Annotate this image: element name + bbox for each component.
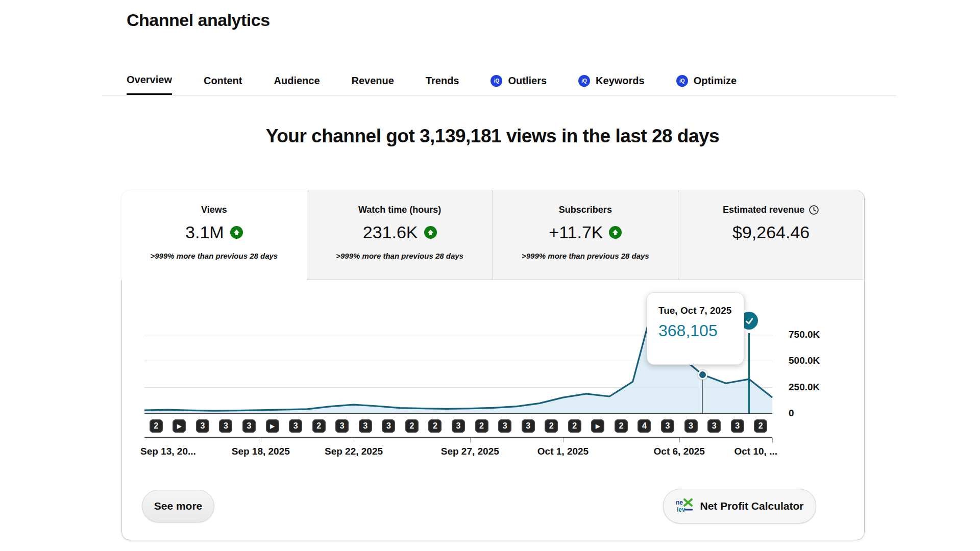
play-icon: ▶ (596, 423, 600, 430)
metric-label: Subscribers (559, 205, 612, 215)
metric-label: Views (201, 205, 227, 215)
cursor-indicator-line (748, 333, 750, 414)
tab-keywords[interactable]: iQKeywords (578, 67, 645, 95)
svg-text:ne: ne (676, 499, 683, 506)
day-marker-count[interactable]: 2 (615, 419, 628, 433)
x-axis-date-label: Sep 18, 2025 (232, 446, 290, 457)
day-marker-video-icon[interactable]: ▶ (266, 419, 279, 433)
tooltip-value: 368,105 (658, 321, 733, 340)
day-marker-count[interactable]: 2 (568, 419, 581, 433)
day-marker-count[interactable]: 2 (428, 419, 442, 433)
tab-bar-divider (102, 95, 896, 95)
x-axis-tick (563, 438, 564, 442)
x-axis-tick (354, 438, 354, 442)
day-marker-video-icon[interactable]: ▶ (591, 419, 604, 433)
hovered-data-point[interactable] (698, 370, 707, 380)
trend-up-icon (609, 226, 622, 239)
nexlev-logo-icon: ne lev (675, 498, 694, 514)
day-marker-count[interactable]: 3 (196, 419, 209, 433)
x-axis-date-label: Oct 1, 2025 (537, 446, 589, 457)
tooltip-date: Tue, Oct 7, 2025 (658, 305, 733, 316)
day-marker-count[interactable]: 3 (522, 419, 535, 433)
x-axis-tick (772, 438, 773, 442)
trend-up-icon (424, 226, 437, 239)
metric-cards-row: Views3.1M>999% more than previous 28 day… (121, 190, 864, 280)
metric-change-text: >999% more than previous 28 days (493, 252, 678, 260)
views-headline: Your channel got 3,139,181 views in the … (102, 126, 883, 147)
x-axis-tick (261, 438, 261, 442)
play-icon: ▶ (177, 423, 181, 430)
metric-value: 231.6K (363, 222, 418, 242)
tab-label: Keywords (596, 75, 645, 87)
x-axis-tick (679, 438, 680, 442)
day-marker-count[interactable]: 3 (382, 419, 395, 433)
day-marker-count[interactable]: 2 (405, 419, 419, 433)
metric-change-text: >999% more than previous 28 days (307, 252, 493, 260)
tab-optimize[interactable]: iQOptimize (676, 67, 737, 95)
tab-label: Overview (127, 74, 172, 86)
hover-day-line (702, 374, 703, 413)
day-marker-count[interactable]: 3 (219, 419, 232, 433)
day-marker-count[interactable]: 2 (312, 419, 326, 433)
tab-revenue[interactable]: Revenue (352, 67, 394, 95)
see-more-button[interactable]: See more (142, 490, 214, 522)
x-axis-date-label: Sep 13, 20... (140, 446, 196, 457)
x-axis-line (144, 437, 772, 438)
x-axis-date-label: Oct 6, 2025 (654, 446, 705, 457)
tab-audience[interactable]: Audience (274, 67, 320, 95)
metric-card-views[interactable]: Views3.1M>999% more than previous 28 day… (121, 190, 307, 280)
day-marker-count[interactable]: 4 (638, 419, 651, 433)
analytics-tab-bar: OverviewContentAudienceRevenueTrendsiQOu… (127, 67, 737, 95)
tab-label: Audience (274, 75, 320, 87)
metric-card-subscribers[interactable]: Subscribers+11.7K>999% more than previou… (493, 190, 678, 280)
metric-card-watch-time-hours[interactable]: Watch time (hours)231.6K>999% more than … (307, 190, 493, 280)
tab-label: Optimize (694, 75, 737, 87)
clock-icon (808, 205, 819, 215)
tab-label: Revenue (352, 75, 394, 87)
day-marker-count[interactable]: 3 (452, 419, 465, 433)
y-axis-tick-label: 500.0K (789, 355, 820, 366)
day-marker-video-icon[interactable]: ▶ (173, 419, 186, 433)
day-marker-count[interactable]: 2 (545, 419, 558, 433)
vidiq-icon: iQ (491, 75, 502, 87)
check-glyph (744, 316, 754, 326)
metric-value: $9,264.46 (732, 222, 810, 242)
day-marker-count[interactable]: 3 (731, 419, 744, 433)
net-profit-calculator-label: Net Profit Calculator (700, 500, 803, 512)
vidiq-icon: iQ (676, 75, 688, 87)
day-marker-count[interactable]: 3 (289, 419, 302, 433)
day-marker-count[interactable]: 3 (707, 419, 721, 433)
channel-analytics-page: Channel analytics OverviewContentAudienc… (0, 0, 980, 551)
vidiq-icon: iQ (578, 75, 590, 87)
svg-text:lev: lev (677, 506, 685, 513)
metric-label: Watch time (hours) (358, 205, 441, 215)
y-axis-tick-label: 250.0K (789, 382, 820, 393)
day-marker-count[interactable]: 3 (359, 419, 372, 433)
metric-value: +11.7K (549, 222, 603, 242)
day-marker-count[interactable]: 3 (498, 419, 511, 433)
tab-content[interactable]: Content (204, 67, 242, 95)
day-marker-count[interactable]: 2 (475, 419, 488, 433)
tab-label: Content (204, 75, 242, 87)
y-axis-tick-label: 750.0K (789, 329, 820, 340)
metric-label: Estimated revenue (723, 205, 804, 215)
day-marker-count[interactable]: 3 (661, 419, 674, 433)
play-icon: ▶ (270, 423, 274, 430)
metric-change-text: >999% more than previous 28 days (121, 252, 307, 260)
day-marker-count[interactable]: 3 (684, 419, 698, 433)
day-marker-count[interactable]: 2 (150, 419, 163, 433)
trend-up-icon (230, 226, 243, 239)
x-axis-date-label: Sep 27, 2025 (441, 446, 499, 457)
day-marker-count[interactable]: 2 (754, 419, 767, 433)
day-marker-count[interactable]: 3 (335, 419, 349, 433)
chart-tooltip: Tue, Oct 7, 2025 368,105 (647, 292, 744, 365)
tab-overview[interactable]: Overview (127, 67, 172, 95)
y-axis-tick-label: 0 (789, 408, 794, 419)
tab-label: Trends (426, 75, 459, 87)
metric-card-estimated-revenue[interactable]: Estimated revenue$9,264.46 (678, 190, 864, 280)
tab-outliers[interactable]: iQOutliers (491, 67, 547, 95)
tab-trends[interactable]: Trends (426, 67, 459, 95)
net-profit-calculator-button[interactable]: ne lev Net Profit Calculator (663, 489, 816, 523)
page-title: Channel analytics (127, 10, 270, 30)
day-marker-count[interactable]: 3 (242, 419, 256, 433)
